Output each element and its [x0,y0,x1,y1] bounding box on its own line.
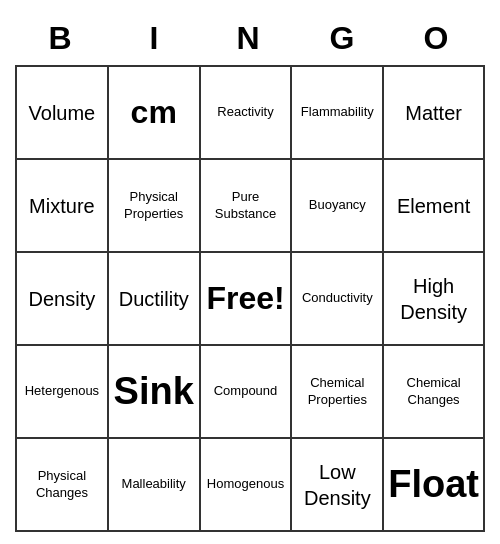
cell-text-r1-c4: Element [397,193,470,219]
header-letter: I [114,20,198,57]
cell-r0-c1: cm [109,67,201,160]
cell-r3-c3: Chemical Properties [292,346,384,439]
header-letter: O [396,20,480,57]
cell-r2-c1: Ductility [109,253,201,346]
cell-text-r1-c0: Mixture [29,193,95,219]
cell-r1-c3: Buoyancy [292,160,384,253]
cell-r0-c0: Volume [17,67,109,160]
cell-text-r1-c2: Pure Substance [205,189,287,223]
cell-text-r4-c2: Homogenous [207,476,284,493]
cell-text-r3-c3: Chemical Properties [296,375,378,409]
cell-text-r3-c1: Sink [114,367,194,416]
cell-r0-c4: Matter [384,67,485,160]
cell-text-r3-c0: Hetergenous [25,383,99,400]
cell-text-r1-c3: Buoyancy [309,197,366,214]
cell-r1-c0: Mixture [17,160,109,253]
cell-r4-c4: Float [384,439,485,532]
cell-r0-c2: Reactivity [201,67,293,160]
cell-text-r0-c0: Volume [29,100,96,126]
cell-r1-c2: Pure Substance [201,160,293,253]
cell-text-r2-c2: Free! [206,278,284,320]
cell-text-r2-c1: Ductility [119,286,189,312]
cell-text-r3-c2: Compound [214,383,278,400]
cell-r0-c3: Flammability [292,67,384,160]
cell-text-r2-c4: High Density [388,273,479,325]
cell-r3-c4: Chemical Changes [384,346,485,439]
cell-text-r3-c4: Chemical Changes [388,375,479,409]
cell-r3-c2: Compound [201,346,293,439]
cell-r2-c3: Conductivity [292,253,384,346]
cell-r4-c2: Homogenous [201,439,293,532]
cell-r4-c1: Malleability [109,439,201,532]
cell-text-r2-c0: Density [29,286,96,312]
cell-text-r0-c1: cm [131,92,177,134]
cell-r2-c4: High Density [384,253,485,346]
bingo-card: BINGO VolumecmReactivityFlammabilityMatt… [15,12,485,532]
cell-r1-c1: Physical Properties [109,160,201,253]
bingo-grid: VolumecmReactivityFlammabilityMatterMixt… [15,65,485,532]
cell-text-r1-c1: Physical Properties [113,189,195,223]
cell-r4-c3: Low Density [292,439,384,532]
cell-r3-c1: Sink [109,346,201,439]
cell-text-r0-c4: Matter [405,100,462,126]
cell-text-r4-c0: Physical Changes [21,468,103,502]
header-letter: G [302,20,386,57]
cell-text-r4-c4: Float [388,460,479,509]
cell-r3-c0: Hetergenous [17,346,109,439]
cell-text-r0-c2: Reactivity [217,104,273,121]
cell-text-r0-c3: Flammability [301,104,374,121]
bingo-header: BINGO [15,12,485,65]
header-letter: B [20,20,104,57]
cell-text-r4-c3: Low Density [296,459,378,511]
cell-r4-c0: Physical Changes [17,439,109,532]
cell-r1-c4: Element [384,160,485,253]
cell-text-r2-c3: Conductivity [302,290,373,307]
cell-r2-c0: Density [17,253,109,346]
cell-text-r4-c1: Malleability [122,476,186,493]
header-letter: N [208,20,292,57]
cell-r2-c2: Free! [201,253,293,346]
